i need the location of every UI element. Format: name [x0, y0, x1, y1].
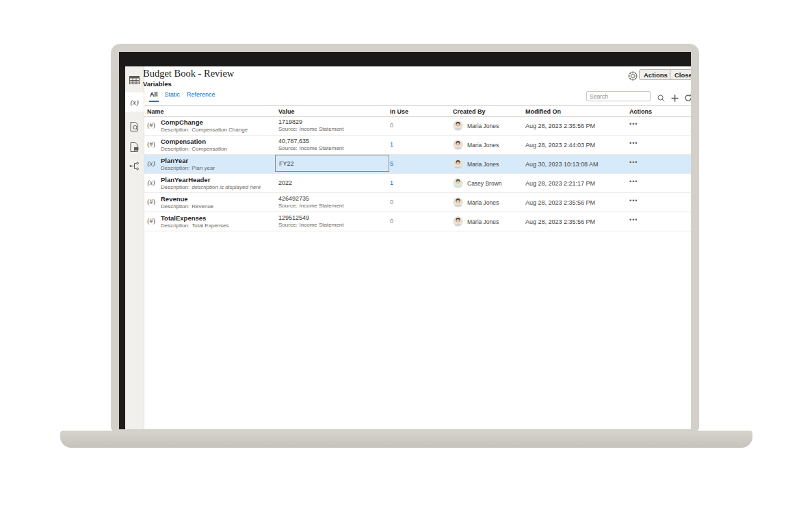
description-label: Description:: [161, 146, 189, 152]
row-actions-menu-icon[interactable]: •••: [629, 140, 638, 147]
in-use-count[interactable]: 5: [390, 160, 393, 167]
number-variable-icon: (#): [144, 198, 158, 205]
tab-bar: All Static Reference: [150, 91, 215, 98]
globe-icon[interactable]: [628, 71, 638, 84]
sidebar-item-hierarchy[interactable]: [125, 156, 144, 175]
page-subtitle: Variables: [143, 80, 172, 88]
variable-description: Compensation: [192, 146, 227, 152]
column-header-in-use: In Use: [390, 108, 408, 115]
description-label: Description:: [161, 127, 189, 133]
document-search-icon: [130, 122, 139, 131]
avatar: [453, 159, 463, 169]
source-label: Source:: [278, 222, 298, 228]
sidebar-item-grid[interactable]: [125, 71, 144, 90]
modified-on: Aug 28, 2023 2:35:56 PM: [525, 199, 595, 206]
page-background: (x): [0, 0, 812, 508]
column-header-value: Value: [278, 108, 295, 115]
table-row[interactable]: (#) Compensation Description:Compensatio…: [144, 136, 691, 155]
actions-button-label: Actions: [644, 71, 668, 79]
avatar: [453, 178, 463, 188]
tab-reference[interactable]: Reference: [187, 91, 215, 98]
in-use-count[interactable]: 1: [390, 179, 393, 186]
avatar: [453, 216, 463, 227]
in-use-count[interactable]: 1: [390, 141, 393, 148]
text-variable-icon: (x): [144, 179, 158, 186]
refresh-button[interactable]: [684, 92, 691, 105]
sidebar-item-document-note[interactable]: [125, 138, 144, 157]
sidebar-item-document-search[interactable]: [125, 117, 144, 136]
avatar: [453, 120, 463, 131]
number-variable-icon: (#): [144, 217, 158, 225]
active-tab-underline: [149, 101, 159, 102]
in-use-count: 0: [390, 122, 393, 129]
variable-name: PlanYearHeader: [161, 176, 210, 183]
text-variable-icon: (x): [144, 160, 158, 167]
column-header-actions: Actions: [629, 108, 652, 115]
modified-on: Aug 28, 2023 2:44:03 PM: [525, 142, 595, 149]
number-variable-icon: (#): [144, 121, 158, 129]
search-icon[interactable]: [657, 92, 665, 105]
variable-description: description is displayed here: [192, 184, 261, 190]
value-edit-input[interactable]: [275, 155, 389, 172]
page-title: Budget Book - Review: [143, 68, 234, 79]
variable-description: Revenue: [192, 203, 213, 209]
hierarchy-icon: [129, 162, 140, 170]
description-label: Description:: [161, 165, 189, 171]
add-variable-button[interactable]: [671, 92, 679, 105]
variable-name: CompChange: [161, 118, 203, 126]
created-by-name: Maria Jones: [467, 199, 499, 206]
close-button[interactable]: Close: [670, 69, 691, 80]
close-button-label: Close: [675, 71, 691, 79]
variable-name: TotalExpenses: [161, 214, 206, 222]
row-actions-menu-icon[interactable]: •••: [629, 178, 638, 185]
variables-icon: (x): [130, 98, 138, 106]
modified-on: Aug 30, 2023 10:13:08 AM: [525, 161, 599, 168]
created-by-name: Maria Jones: [467, 218, 499, 225]
variable-source: Income Statement: [300, 145, 344, 151]
table-row[interactable]: (#) TotalExpenses Description:Total Expe…: [144, 212, 691, 231]
variable-name: Revenue: [161, 195, 188, 203]
row-actions-menu-icon[interactable]: •••: [629, 216, 638, 223]
variables-dialog: (x): [125, 66, 691, 429]
column-header-modified-on: Modified On: [525, 108, 561, 115]
column-header-created-by: Created By: [453, 108, 486, 115]
variable-value: 40,787,635: [278, 138, 309, 144]
table-row[interactable]: (#) Revenue Description:Revenue 42649273…: [144, 193, 691, 212]
variable-value: 129512549: [278, 214, 309, 221]
avatar: [453, 197, 463, 207]
row-actions-menu-icon[interactable]: •••: [629, 159, 638, 166]
tab-static[interactable]: Static: [165, 91, 181, 98]
variable-source: Income Statement: [300, 126, 344, 132]
dialog-sidebar: (x): [125, 66, 144, 429]
table-header-row: Name Value In Use Created By Modified On…: [144, 105, 691, 117]
created-by-name: Maria Jones: [467, 161, 499, 168]
created-by-name: Casey Brown: [467, 180, 502, 187]
variable-value: 2022: [278, 179, 292, 186]
created-by-name: Maria Jones: [467, 142, 499, 149]
row-actions-menu-icon[interactable]: •••: [629, 197, 638, 204]
table-row-selected[interactable]: (x) PlanYear Description:Plan year 5 Mar…: [144, 155, 691, 174]
modified-on: Aug 28, 2023 2:35:56 PM: [525, 218, 595, 225]
description-label: Description:: [161, 223, 189, 229]
row-actions-menu-icon[interactable]: •••: [629, 120, 638, 127]
in-use-count: 0: [390, 199, 393, 205]
variable-name: Compensation: [161, 138, 206, 145]
table-row[interactable]: (#) CompChange Description:Compensation …: [144, 116, 691, 136]
description-label: Description:: [161, 203, 189, 209]
table-grid-icon: [129, 76, 140, 84]
tab-all[interactable]: All: [150, 91, 158, 98]
variable-description: Total Expenses: [192, 223, 228, 229]
variable-value: 1719829: [278, 118, 302, 125]
source-label: Source:: [278, 203, 298, 209]
search-input[interactable]: [586, 91, 651, 101]
source-label: Source:: [278, 126, 298, 132]
laptop-screen: (x): [119, 52, 691, 429]
table-row[interactable]: (x) PlanYearHeader Description:descripti…: [144, 174, 691, 193]
column-header-name: Name: [147, 108, 164, 115]
description-label: Description:: [161, 184, 189, 190]
variable-name: PlanYear: [161, 157, 188, 164]
laptop-base: [60, 431, 752, 448]
document-note-icon: [130, 142, 139, 152]
sidebar-item-variables[interactable]: (x): [125, 92, 144, 112]
variable-source: Income Statement: [300, 203, 344, 209]
